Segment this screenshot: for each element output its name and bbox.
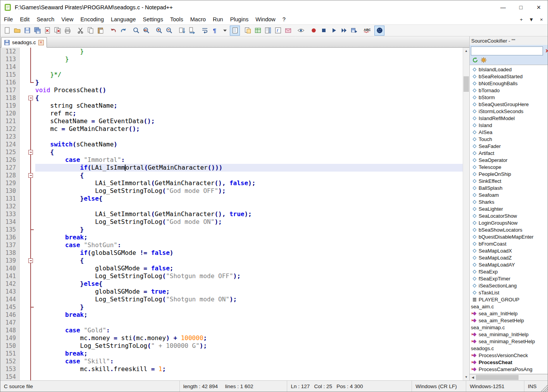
bookmark-margin[interactable] bbox=[20, 342, 26, 350]
menu-item-encoding[interactable]: Encoding bbox=[77, 14, 107, 24]
maximize-button[interactable]: □ bbox=[512, 0, 530, 14]
line-number[interactable]: 136 bbox=[0, 234, 20, 241]
symbol-item[interactable]: bSeaShowLocators bbox=[470, 226, 548, 233]
code-text[interactable]: Log_SetStringToLog("Shotgun mode ON"); bbox=[35, 296, 463, 303]
code-line-144[interactable]: 144 Log_SetStringToLog("Shotgun mode ON"… bbox=[0, 296, 463, 303]
npp-export-button[interactable] bbox=[283, 26, 293, 36]
symbol-item[interactable]: IslandReflModel bbox=[470, 115, 548, 122]
bookmark-margin[interactable] bbox=[20, 327, 26, 334]
code-line-121[interactable]: 121 sCheatName = GetEventData(); bbox=[0, 117, 463, 125]
file-node[interactable]: sea_minimap.c bbox=[470, 324, 548, 331]
code-text[interactable]: Log_SetStringToLog("God mode OFF"); bbox=[35, 187, 463, 195]
code-line-154[interactable]: 154 bbox=[0, 373, 463, 380]
line-number[interactable]: 130 bbox=[0, 187, 20, 195]
close-tab-button[interactable]: × bbox=[538, 15, 545, 23]
code-text[interactable]: } bbox=[35, 226, 463, 234]
macro-save-button[interactable] bbox=[349, 26, 359, 36]
code-text[interactable]: sCheatName = GetEventData(); bbox=[35, 117, 463, 125]
code-text[interactable]: globalSGMode = true; bbox=[35, 288, 463, 296]
code-line-115[interactable]: 115 }*/ bbox=[0, 71, 463, 79]
symbol-item[interactable]: sea_minimap_InitHelp bbox=[470, 331, 548, 338]
bookmark-margin[interactable] bbox=[20, 280, 26, 288]
symbol-filter-input[interactable] bbox=[471, 46, 543, 55]
code-line-137[interactable]: 137 case "ShotGun": bbox=[0, 241, 463, 249]
line-number[interactable]: 134 bbox=[0, 218, 20, 226]
line-number[interactable]: 151 bbox=[0, 350, 20, 358]
line-number[interactable]: 152 bbox=[0, 358, 20, 365]
undo-button[interactable] bbox=[108, 26, 118, 36]
code-line-134[interactable]: 134 Log_SetStringToLog("God mode ON"); bbox=[0, 218, 463, 226]
bookmark-margin[interactable] bbox=[20, 133, 26, 141]
code-text[interactable]: case "Gold": bbox=[35, 327, 463, 334]
indent-guide-button[interactable] bbox=[230, 26, 240, 36]
find-replace-button[interactable]: ab bbox=[141, 26, 151, 36]
code-text[interactable]: { bbox=[35, 172, 463, 179]
tab-close-button[interactable]: × bbox=[38, 40, 44, 45]
line-number[interactable]: 127 bbox=[0, 164, 20, 172]
symbol-item[interactable]: sea_aim_ResetHelp bbox=[470, 317, 548, 324]
symbol-item[interactable]: SeaLocatorShow bbox=[470, 212, 548, 219]
menu-item-run[interactable]: Run bbox=[209, 14, 227, 24]
code-line-140[interactable]: 140 globalSGMode = false; bbox=[0, 265, 463, 272]
bookmark-margin[interactable] bbox=[20, 156, 26, 164]
symbol-item[interactable]: sTaskList bbox=[470, 289, 548, 296]
code-line-149[interactable]: 149 mc.money = sti(mc.money) + 100000; bbox=[0, 334, 463, 342]
code-line-125[interactable]: 125 { bbox=[0, 148, 463, 156]
code-text[interactable]: Log_SetStringToLog("God mode ON"); bbox=[35, 218, 463, 226]
code-line-126[interactable]: 126 case "Immortal": bbox=[0, 156, 463, 164]
bookmark-margin[interactable] bbox=[20, 164, 26, 172]
code-line-142[interactable]: 142 }else{ bbox=[0, 280, 463, 288]
line-number[interactable]: 149 bbox=[0, 334, 20, 342]
menu-item-settings[interactable]: Settings bbox=[139, 14, 166, 24]
bookmark-margin[interactable] bbox=[20, 117, 26, 125]
bookmark-margin[interactable] bbox=[20, 272, 26, 280]
macro-run-multiple-button[interactable] bbox=[339, 26, 349, 36]
menu-item-edit[interactable]: Edit bbox=[16, 14, 33, 24]
line-number[interactable]: 128 bbox=[0, 172, 20, 179]
symbol-item[interactable]: bStorm bbox=[470, 94, 548, 101]
bookmark-margin[interactable] bbox=[20, 63, 26, 71]
file-node[interactable]: seadogs.c bbox=[470, 345, 548, 352]
line-number[interactable]: 146 bbox=[0, 311, 20, 319]
line-number[interactable]: 135 bbox=[0, 226, 20, 234]
menu-item-help[interactable]: ? bbox=[279, 14, 289, 24]
cut-button[interactable] bbox=[75, 26, 85, 36]
menu-item-file[interactable]: File bbox=[0, 14, 16, 24]
symbol-item[interactable]: iSeaSectionLang bbox=[470, 282, 548, 289]
symbol-item[interactable]: SeaMapLoadZ bbox=[470, 254, 548, 261]
code-line-120[interactable]: 120 ref mc; bbox=[0, 110, 463, 117]
scroll-down-arrow[interactable]: ▼ bbox=[463, 374, 469, 380]
code-text[interactable]: case "ShotGun": bbox=[35, 241, 463, 249]
symbol-item[interactable]: fSeaExpTimer bbox=[470, 275, 548, 282]
editor-vertical-scrollbar[interactable]: ▲ ▼ bbox=[463, 48, 469, 380]
new-tab-button[interactable]: + bbox=[517, 15, 525, 23]
print-button[interactable] bbox=[62, 26, 72, 36]
fold-margin[interactable] bbox=[26, 172, 35, 179]
code-line-151[interactable]: 151 break; bbox=[0, 350, 463, 358]
code-text[interactable]: if(globalSGMode != false) bbox=[35, 249, 463, 257]
code-text[interactable]: ref mc; bbox=[35, 110, 463, 117]
symbol-item[interactable]: iStormLockSeconds bbox=[470, 108, 548, 115]
bookmark-margin[interactable] bbox=[20, 172, 26, 179]
code-text[interactable]: { bbox=[35, 148, 463, 156]
resize-grip[interactable] bbox=[541, 381, 548, 392]
close-button[interactable]: × bbox=[530, 0, 548, 14]
code-text[interactable]: void ProcessCheat() bbox=[35, 86, 463, 94]
code-line-153[interactable]: 153 mc.skill.freeskill = 1; bbox=[0, 365, 463, 373]
symbol-item[interactable]: Telescope bbox=[470, 163, 548, 170]
symbol-item[interactable]: Touch bbox=[470, 136, 548, 143]
line-number[interactable]: 117 bbox=[0, 86, 20, 94]
code-text[interactable]: break; bbox=[35, 350, 463, 358]
redo-button[interactable] bbox=[118, 26, 128, 36]
code-line-148[interactable]: 148 case "Gold": bbox=[0, 327, 463, 334]
file-browser-button[interactable] bbox=[253, 26, 263, 36]
symbol-item[interactable]: fSeaExp bbox=[470, 268, 548, 275]
code-line-150[interactable]: 150 Log_SetStringToLog(" + 100000 G"); bbox=[0, 342, 463, 350]
symbol-item[interactable]: AISea bbox=[470, 129, 548, 136]
bookmark-margin[interactable] bbox=[20, 319, 26, 327]
bookmark-margin[interactable] bbox=[20, 79, 26, 86]
code-text[interactable]: break; bbox=[35, 234, 463, 241]
symbol-item[interactable]: Seafoam bbox=[470, 191, 548, 198]
sync-scroll-vertical-button[interactable] bbox=[177, 26, 187, 36]
show-symbol-dropdown-button[interactable] bbox=[220, 26, 230, 36]
